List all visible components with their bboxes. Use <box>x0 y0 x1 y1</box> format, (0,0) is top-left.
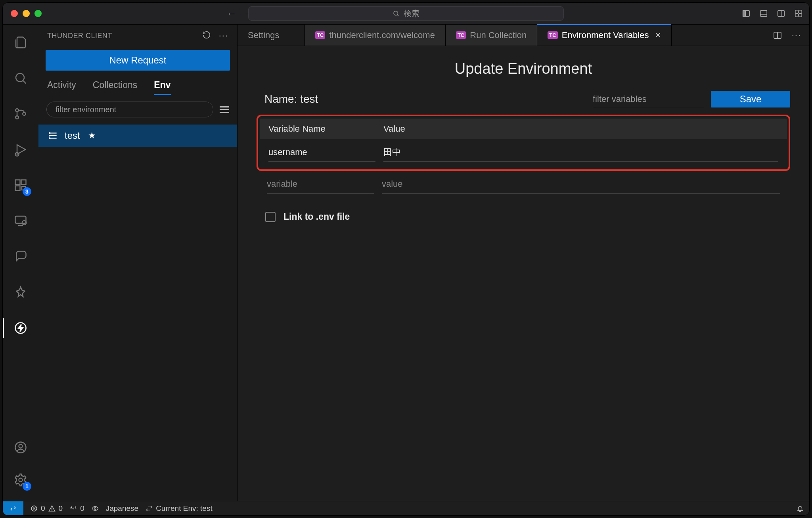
svg-rect-9 <box>799 10 802 13</box>
variable-row-empty: variable value <box>257 171 790 197</box>
activity-source-control[interactable] <box>3 104 38 124</box>
activity-accounts[interactable] <box>3 437 38 457</box>
filter-placeholder-text: filter environment <box>56 105 116 114</box>
statusbar: 0 0 0 Japanese Current Env: test <box>3 501 809 515</box>
sidebar: THUNDER CLIENT ··· New Request Activity … <box>38 25 237 501</box>
reload-icon[interactable] <box>202 31 211 41</box>
svg-rect-6 <box>778 11 785 17</box>
env-list-icon <box>48 130 58 141</box>
svg-point-12 <box>16 73 24 82</box>
editor-tabs: Settings TC thunderclient.com/welcome TC… <box>237 25 809 46</box>
activity-extensions[interactable]: 3 <box>3 175 38 195</box>
tc-badge-icon: TC <box>315 31 325 39</box>
filter-row: filter environment <box>38 94 237 121</box>
toggle-primary-sidebar-icon[interactable] <box>742 9 751 18</box>
tab-welcome[interactable]: TC thunderclient.com/welcome <box>305 25 446 46</box>
titlebar-layout-controls <box>742 9 803 18</box>
page-title: Update Environment <box>257 60 790 77</box>
remote-indicator[interactable] <box>3 501 23 515</box>
split-editor-icon[interactable] <box>773 31 782 40</box>
toggle-secondary-sidebar-icon[interactable] <box>777 9 785 18</box>
toggle-panel-icon[interactable] <box>759 9 768 18</box>
tc-badge-icon: TC <box>548 31 557 39</box>
traffic-lights <box>11 10 42 17</box>
status-errors-count: 0 <box>41 504 45 513</box>
status-ports-count: 0 <box>80 504 84 513</box>
status-notifications[interactable] <box>797 505 804 512</box>
tab-welcome-label: thunderclient.com/welcome <box>329 30 435 40</box>
activity-thunder-client[interactable] <box>3 318 38 338</box>
svg-rect-8 <box>795 10 798 13</box>
column-value: Value <box>383 124 778 134</box>
activity-remote-explorer[interactable] <box>3 211 38 231</box>
settings-badge: 1 <box>23 482 31 491</box>
close-window[interactable] <box>11 10 18 17</box>
svg-point-45 <box>94 507 96 509</box>
svg-line-13 <box>23 81 26 84</box>
link-env-row: Link to .env file <box>257 211 790 222</box>
new-request-label: New Request <box>109 55 166 66</box>
tab-run-collection-label: Run Collection <box>470 30 527 40</box>
status-language-label: Japanese <box>106 504 138 513</box>
env-item[interactable]: test ★ <box>38 125 237 147</box>
svg-point-43 <box>52 510 52 510</box>
activity-explorer[interactable] <box>3 33 38 52</box>
svg-rect-21 <box>15 186 20 191</box>
activity-bar: 3 1 <box>3 25 38 501</box>
svg-line-1 <box>397 15 398 16</box>
window: ← → 検索 <box>2 2 810 516</box>
new-request-button[interactable]: New Request <box>46 50 230 71</box>
filter-environment-input[interactable]: filter environment <box>46 102 213 117</box>
svg-point-16 <box>23 112 26 115</box>
env-list: test ★ <box>38 121 237 147</box>
status-problems[interactable]: 0 0 <box>31 504 63 513</box>
svg-rect-3 <box>743 11 745 17</box>
variables-table-highlight: Variable Name Value username 田中 <box>257 115 790 171</box>
sidebar-tabs: Activity Collections Env <box>38 74 237 94</box>
minimize-window[interactable] <box>23 10 30 17</box>
status-current-env-label: Current Env: test <box>156 504 213 513</box>
status-ports[interactable]: 0 <box>70 504 84 513</box>
status-current-env[interactable]: Current Env: test <box>146 504 213 513</box>
variable-name-input[interactable]: username <box>268 143 375 162</box>
svg-point-29 <box>19 445 23 448</box>
tab-settings-editor[interactable]: Settings <box>237 25 305 46</box>
global-search[interactable]: 検索 <box>248 6 564 21</box>
variable-value-placeholder[interactable]: value <box>382 175 780 194</box>
close-tab-icon[interactable]: ✕ <box>655 31 661 40</box>
activity-gitlens[interactable] <box>3 282 38 302</box>
env-name-label: Name: test <box>257 93 318 106</box>
tab-env[interactable]: Env <box>154 80 170 90</box>
status-visibility[interactable] <box>92 505 99 512</box>
tab-environment-variables[interactable]: TC Environment Variables ✕ <box>537 25 672 46</box>
link-env-checkbox[interactable] <box>265 212 276 222</box>
tab-collections[interactable]: Collections <box>93 80 138 90</box>
more-icon[interactable]: ··· <box>219 31 228 41</box>
status-language[interactable]: Japanese <box>106 504 138 513</box>
nav-back-icon[interactable]: ← <box>226 8 237 19</box>
svg-point-34 <box>49 132 50 133</box>
svg-rect-10 <box>795 14 798 17</box>
extensions-badge: 3 <box>23 187 31 196</box>
editor-content: Update Environment Name: test filter var… <box>237 46 809 501</box>
svg-point-36 <box>49 138 50 138</box>
svg-point-15 <box>15 116 19 119</box>
activity-run-debug[interactable] <box>3 140 38 159</box>
variable-value-input[interactable]: 田中 <box>383 143 778 162</box>
activity-comments[interactable] <box>3 247 38 267</box>
customize-layout-icon[interactable] <box>794 9 803 18</box>
env-menu-icon[interactable] <box>220 106 229 113</box>
editor-more-icon[interactable]: ··· <box>792 30 801 40</box>
variable-name-placeholder[interactable]: variable <box>267 175 374 194</box>
svg-rect-20 <box>21 180 26 185</box>
activity-search[interactable] <box>3 68 38 88</box>
svg-point-35 <box>49 135 50 136</box>
save-button[interactable]: Save <box>711 91 790 107</box>
tab-activity[interactable]: Activity <box>47 80 76 90</box>
filter-variables-input[interactable]: filter variables <box>593 92 704 107</box>
editor: Settings TC thunderclient.com/welcome TC… <box>237 25 809 501</box>
activity-settings[interactable]: 1 <box>3 470 38 490</box>
tab-run-collection[interactable]: TC Run Collection <box>446 25 537 46</box>
zoom-window[interactable] <box>34 10 42 17</box>
svg-rect-11 <box>799 14 802 17</box>
